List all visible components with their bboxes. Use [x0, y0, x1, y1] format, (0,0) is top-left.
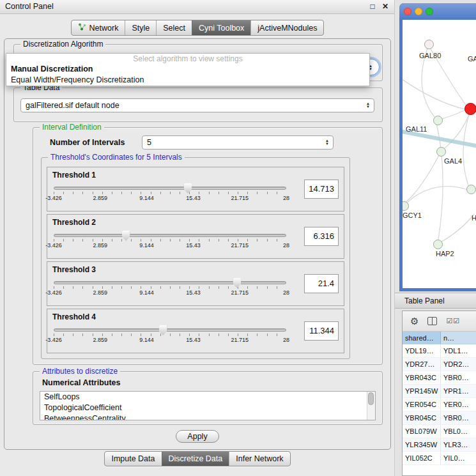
selected-red-network-node[interactable]: [464, 103, 476, 115]
attributes-scrollbar[interactable]: [367, 392, 375, 420]
table-row[interactable]: YER054CYER0…: [403, 398, 476, 411]
tab-cyni-toolbox[interactable]: Cyni Toolbox: [192, 20, 250, 35]
table-cell[interactable]: YDR2…: [441, 358, 476, 371]
tick-label: -3.426: [45, 195, 62, 201]
table-cell[interactable]: YER0…: [441, 398, 476, 411]
tick-label: 15.43: [186, 337, 201, 343]
tab-network[interactable]: Network: [72, 20, 125, 35]
numerical-attributes-list[interactable]: SelfLoopsTopologicalCoefficientBetweenne…: [40, 391, 376, 420]
node-table-window: ⚙ ☑☑ shared… n… YDL19…YDL1…YDR27…YDR2…YB…: [402, 311, 476, 476]
table-cell[interactable]: YPR145W: [403, 385, 441, 397]
column-toggle-icons[interactable]: ☑☑: [446, 317, 460, 325]
tab-infer-network[interactable]: Infer Network: [229, 452, 289, 466]
tick-label: 2.859: [93, 337, 108, 343]
table-cell[interactable]: YIL0…: [441, 452, 476, 464]
tab-select[interactable]: Select: [156, 20, 192, 35]
float-window-icon[interactable]: □: [367, 2, 378, 11]
threshold-2-value-field[interactable]: 6.316: [304, 227, 339, 246]
threshold-1-slider[interactable]: -3.4262.8599.14415.4321.71528: [54, 187, 286, 203]
table-row[interactable]: YLR345WYLR3…: [403, 438, 476, 452]
table-cell[interactable]: YLR3…: [441, 438, 476, 451]
threshold-4-value-field[interactable]: 11.344: [304, 321, 339, 341]
slider-track[interactable]: [54, 328, 286, 332]
attribute-item[interactable]: SelfLoops: [40, 392, 375, 403]
gear-icon[interactable]: ⚙: [410, 316, 418, 327]
threshold-3-slider[interactable]: -3.4262.8599.14415.4321.71528: [54, 281, 286, 297]
top-tab-bar: Network Style Select Cyni Toolbox jActiv…: [0, 20, 395, 36]
threshold-4-slider[interactable]: -3.4262.8599.14415.4321.71528: [54, 328, 286, 344]
table-cell[interactable]: YLR345W: [403, 438, 441, 451]
control-panel: Control Panel □ ✕ Network Style Select C…: [0, 0, 395, 476]
slider-track[interactable]: [54, 187, 286, 190]
combo-arrows-icon: ▲ ▼: [325, 139, 329, 146]
table-cell[interactable]: YBR045C: [403, 411, 441, 424]
table-row[interactable]: YBR043CYBR0…: [403, 371, 476, 385]
tab-style[interactable]: Style: [125, 20, 156, 35]
threshold-2-slider[interactable]: -3.4262.8599.14415.4321.71528: [54, 234, 286, 250]
table-row[interactable]: YBR045CYBR0…: [403, 411, 476, 425]
attribute-item[interactable]: BetweennessCentrality: [40, 413, 375, 420]
table-cell[interactable]: YPR1…: [441, 385, 476, 397]
threshold-1-value-field[interactable]: 14.713: [304, 180, 339, 199]
minimize-traffic-light-icon[interactable]: [415, 8, 422, 15]
tab-discretize-data[interactable]: Discretize Data: [162, 452, 229, 466]
attribute-item[interactable]: TopologicalCoefficient: [40, 403, 375, 413]
network-node[interactable]: [433, 240, 443, 249]
network-node-label: HAP2: [436, 250, 454, 257]
tick-label: 2.859: [93, 289, 108, 296]
tab-impute-data[interactable]: Impute Data: [105, 452, 161, 466]
attributes-group-title: Attributes to discretize: [40, 367, 120, 376]
tick-label: 21.715: [231, 195, 249, 201]
apply-button[interactable]: Apply: [176, 430, 219, 443]
slider-track[interactable]: [54, 234, 286, 237]
close-icon[interactable]: ✕: [380, 2, 390, 11]
dropdown-option-equal-width-frequency[interactable]: Equal Width/Frequency Discretization: [6, 75, 369, 86]
table-cell[interactable]: YER054C: [403, 398, 441, 411]
threshold-4-label: Threshold 4: [52, 312, 96, 321]
tick-label: 9.144: [139, 337, 154, 343]
table-cell[interactable]: YBR0…: [441, 411, 476, 424]
table-row[interactable]: YDR27…YDR2…: [403, 358, 476, 371]
table-row[interactable]: YIL052CYIL0…: [403, 452, 476, 465]
tick-label: 21.715: [231, 242, 249, 249]
table-cell[interactable]: YIL052C: [403, 452, 441, 464]
tick-label: 15.43: [186, 242, 201, 249]
tab-select-label: Select: [163, 24, 185, 33]
table-header-row: shared… n…: [403, 332, 476, 344]
table-cell[interactable]: YDR27…: [403, 358, 441, 371]
threshold-3-value-field[interactable]: 21.4: [304, 274, 339, 293]
slider-track[interactable]: [54, 281, 286, 284]
table-cell[interactable]: YBL079W: [403, 425, 441, 438]
slider-tickmarks: [54, 286, 286, 289]
table-cell[interactable]: YBL0…: [441, 425, 476, 438]
network-node[interactable]: [433, 116, 443, 125]
tab-jactivemnodules[interactable]: jActiveMNodules: [250, 20, 323, 35]
slider-tick-labels: -3.4262.8599.14415.4321.71528: [54, 195, 286, 203]
thresholds-group: Threshold's Coordinates for 5 Intervals …: [41, 157, 350, 359]
close-traffic-light-icon[interactable]: [404, 8, 411, 15]
tick-label: 9.144: [139, 289, 154, 296]
columns-icon[interactable]: [427, 317, 437, 325]
column-header-name[interactable]: n…: [441, 332, 476, 344]
tab-discretize-data-label: Discretize Data: [169, 454, 223, 463]
network-node[interactable]: [466, 185, 476, 194]
arrow-down-icon: ▼: [325, 142, 329, 146]
zoom-traffic-light-icon[interactable]: [426, 8, 433, 15]
table-data-combobox[interactable]: galFiltered.sif default node ▲ ▼: [20, 98, 374, 112]
network-canvas[interactable]: GAL80GAGAL11GAL4GCY1HHAP2: [403, 20, 476, 288]
network-node[interactable]: [424, 40, 434, 49]
network-node[interactable]: [436, 147, 446, 157]
table-cell[interactable]: YDL1…: [441, 344, 476, 357]
table-cell[interactable]: YBR0…: [441, 371, 476, 384]
table-row[interactable]: YDL19…YDL1…: [403, 344, 476, 358]
table-cell[interactable]: YDL19…: [403, 344, 441, 357]
table-row[interactable]: YBL079WYBL0…: [403, 425, 476, 438]
slider-tickmarks: [54, 334, 286, 336]
dropdown-option-manual-discretization[interactable]: Manual Discretization: [6, 64, 369, 75]
attributes-group: Attributes to discretize Numerical Attri…: [33, 371, 383, 425]
table-cell[interactable]: YBR043C: [403, 371, 441, 384]
number-of-intervals-combobox[interactable]: 5 ▲ ▼: [142, 135, 334, 150]
table-row[interactable]: YPR145WYPR1…: [403, 385, 476, 398]
column-header-shared-name[interactable]: shared…: [403, 332, 441, 344]
scrollbar-thumb[interactable]: [368, 392, 374, 405]
